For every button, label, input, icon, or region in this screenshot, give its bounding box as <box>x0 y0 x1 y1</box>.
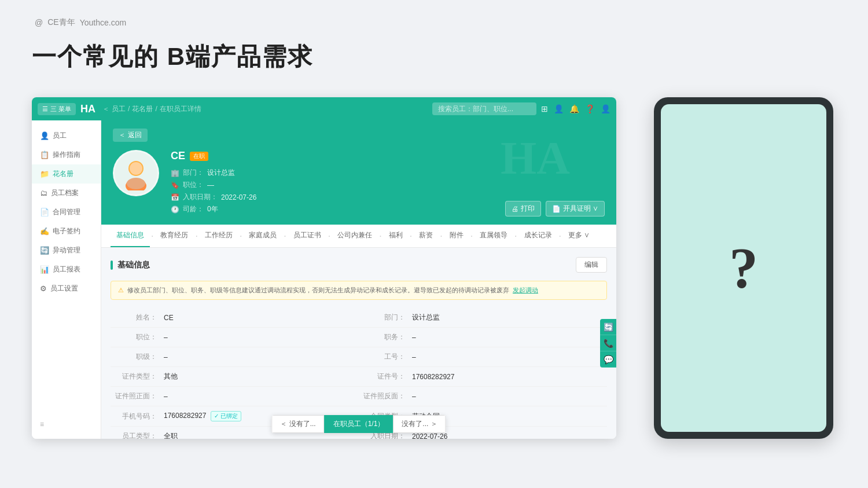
info-row-empno: 工号： – <box>359 347 607 367</box>
sidebar-item-contract[interactable]: 📄 合同管理 <box>32 203 101 222</box>
topbar: ☰ 三 菜单 HA ＜ 员工 / 花名册 / 在职员工详情 ⊞ 👤 🔔 ❓ 👤 <box>32 97 616 120</box>
field-value-name: CE <box>164 314 359 322</box>
tab-family[interactable]: 家庭成员 <box>243 225 282 247</box>
cert-label: 开具证明 ∨ <box>563 204 598 214</box>
tab-welfare[interactable]: 福利 <box>383 225 409 247</box>
field-value-idback: – <box>412 392 607 401</box>
watermark-area: @ CE青年 Youthce.com <box>35 17 126 28</box>
breadcrumb-sep-2: / <box>155 105 157 113</box>
sidebar-item-archives[interactable]: 🗂 员工档案 <box>32 184 101 203</box>
date-icon: 📅 <box>171 193 179 201</box>
print-label: 打印 <box>521 204 535 214</box>
cert-icon: 📄 <box>552 205 561 213</box>
sidebar-item-guide[interactable]: 📋 操作指南 <box>32 145 101 164</box>
field-label-position: 职位： <box>111 332 157 342</box>
refresh-float-button[interactable]: 🔄 <box>600 319 616 335</box>
tablet-device: ? <box>654 97 833 439</box>
breadcrumb: ＜ 员工 / 花名册 / 在职员工详情 <box>102 104 432 114</box>
sidebar-item-report[interactable]: 📊 员工报表 <box>32 260 101 279</box>
tab-cert[interactable]: 员工证书 <box>288 225 327 247</box>
employee-icon: 👤 <box>40 131 49 140</box>
topbar-icons: ⊞ 👤 🔔 ❓ 👤 <box>541 104 610 113</box>
verified-badge: ✓ 已绑定 <box>211 411 241 421</box>
info-row-idtype: 证件类型： 其他 <box>111 367 359 387</box>
breadcrumb-sep-1: / <box>128 105 130 113</box>
prev-page-button[interactable]: ＜ 没有了... <box>271 415 324 433</box>
breadcrumb-item-3[interactable]: 在职员工详情 <box>160 104 201 114</box>
profile-actions: 🖨 打印 📄 开具证明 ∨ <box>505 201 605 217</box>
menu-label: 三 菜单 <box>50 105 71 113</box>
info-row-idno: 证件号： 17608282927 <box>359 367 607 387</box>
settings-icon: ⚙ <box>40 284 47 293</box>
sidebar-item-roster[interactable]: 📁 花名册 <box>32 164 101 184</box>
date-value: 2022-07-26 <box>221 193 256 201</box>
date-label: 入职日期： <box>183 192 218 202</box>
warning-text: 修改员工部门、职位、职务、职级等信息建议通过调动流程实现，否则无法生成异动记录和… <box>127 286 509 295</box>
grid-icon[interactable]: ⊞ <box>541 104 548 113</box>
sep-8: · <box>439 231 443 241</box>
section-title: 基础信息 <box>111 260 150 270</box>
tab-attachment[interactable]: 附件 <box>444 225 469 247</box>
field-value-empno: – <box>412 353 607 361</box>
breadcrumb-item-2[interactable]: 花名册 <box>132 104 153 114</box>
tablet-screen: ? <box>661 104 826 432</box>
tab-work[interactable]: 工作经历 <box>199 225 238 247</box>
user-icon[interactable]: 👤 <box>554 104 564 113</box>
sidebar-item-esign[interactable]: ✍ 电子签约 <box>32 222 101 241</box>
sidebar-item-settings[interactable]: ⚙ 员工设置 <box>32 279 101 298</box>
main-layout: 👤 员工 📋 操作指南 📁 花名册 🗂 员工档案 📄 合同管理 ✍ 电子签 <box>32 120 616 439</box>
tabs-bar: 基础信息 · 教育经历 · 工作经历 · 家庭成员 · 员工证书 · 公司内兼任… <box>101 225 616 248</box>
tab-salary[interactable]: 薪资 <box>413 225 439 247</box>
certificate-button[interactable]: 📄 开具证明 ∨ <box>546 201 605 217</box>
sidebar-item-employee[interactable]: 👤 员工 <box>32 126 101 145</box>
tab-basic-info[interactable]: 基础信息 <box>111 225 150 247</box>
transfer-icon: 🔄 <box>40 246 49 255</box>
topbar-logo: HA <box>80 103 95 115</box>
info-row-position: 职位： – <box>111 328 359 347</box>
menu-icon: ☰ <box>42 105 48 113</box>
info-row-dept: 部门： 设计总监 <box>359 308 607 328</box>
field-label-idback: 证件照反面： <box>359 391 405 401</box>
bell-icon[interactable]: 🔔 <box>569 104 579 113</box>
sidebar-item-employee-label: 员工 <box>53 131 67 141</box>
sidebar-collapse-btn[interactable]: ≡ <box>32 416 101 433</box>
question-mark: ? <box>729 239 758 297</box>
section-header: 基础信息 编辑 <box>111 257 607 273</box>
edit-button[interactable]: 编辑 <box>576 257 607 273</box>
back-label: 返回 <box>128 130 142 140</box>
field-label-dept: 部门： <box>359 313 405 322</box>
tab-more[interactable]: 更多 ∨ <box>562 225 595 247</box>
warning-link[interactable]: 发起调动 <box>513 286 538 295</box>
tab-education[interactable]: 教育经历 <box>155 225 194 247</box>
tab-supervisor[interactable]: 直属领导 <box>474 225 513 247</box>
sep-7: · <box>409 231 413 241</box>
question-icon[interactable]: ❓ <box>585 104 595 113</box>
sidebar-item-transfer[interactable]: 🔄 异动管理 <box>32 241 101 260</box>
field-value-dept: 设计总监 <box>412 313 607 322</box>
print-button[interactable]: 🖨 打印 <box>505 201 541 217</box>
sidebar-item-transfer-label: 异动管理 <box>53 245 80 255</box>
warning-icon: ⚠ <box>118 287 124 294</box>
next-page-button[interactable]: 没有了... ＞ <box>393 415 446 433</box>
status-badge: 在职 <box>190 152 208 161</box>
sep-4: · <box>282 231 287 241</box>
pos-label: 职位： <box>183 180 204 190</box>
seniority-label: 司龄： <box>183 204 204 214</box>
account-icon[interactable]: 👤 <box>601 104 610 113</box>
section-icon <box>111 260 113 270</box>
phone-float-button[interactable]: 📞 <box>600 335 616 351</box>
brand-name: CE青年 <box>47 17 75 28</box>
menu-button[interactable]: ☰ 三 菜单 <box>38 103 76 115</box>
tab-growth[interactable]: 成长记录 <box>518 225 558 247</box>
hr-system-window: ☰ 三 菜单 HA ＜ 员工 / 花名册 / 在职员工详情 ⊞ 👤 🔔 ❓ 👤 … <box>32 97 616 439</box>
esign-icon: ✍ <box>40 227 49 236</box>
breadcrumb-item-1[interactable]: 员工 <box>112 104 126 114</box>
info-row-grade: 职级： – <box>111 347 359 367</box>
field-label-idfront: 证件照正面： <box>111 391 157 401</box>
chat-float-button[interactable]: 💬 <box>600 351 616 368</box>
back-button[interactable]: ＜ 返回 <box>113 129 148 142</box>
tab-concurrent[interactable]: 公司内兼任 <box>332 225 378 247</box>
info-row-name: 姓名： CE <box>111 308 359 328</box>
search-input[interactable] <box>432 102 536 115</box>
sidebar-item-archives-label: 员工档案 <box>51 188 79 198</box>
